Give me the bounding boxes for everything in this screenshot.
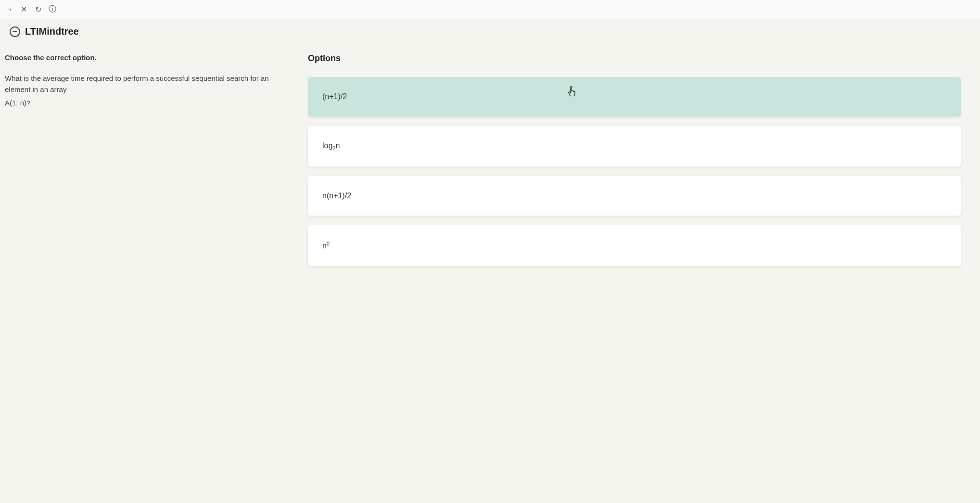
question-pane: Choose the correct option. What is the a… bbox=[0, 53, 298, 276]
options-pane: Options (n+1)/2log2nn(n+1)/2n2 bbox=[298, 53, 980, 276]
refresh-icon[interactable]: ↻ bbox=[34, 5, 42, 14]
option-2[interactable]: log2n bbox=[308, 126, 961, 167]
question-text: What is the average time required to per… bbox=[5, 73, 289, 95]
content-area: Choose the correct option. What is the a… bbox=[0, 44, 980, 276]
browser-bar: → ✕ ↻ ⓘ bbox=[0, 0, 980, 19]
close-icon[interactable]: ✕ bbox=[19, 5, 28, 14]
logo-icon bbox=[10, 26, 20, 37]
header: LTIMindtree bbox=[0, 19, 980, 44]
question-subtext: A(1: n)? bbox=[5, 99, 289, 107]
instruction-text: Choose the correct option. bbox=[5, 53, 289, 62]
option-4[interactable]: n2 bbox=[308, 225, 961, 266]
options-list: (n+1)/2log2nn(n+1)/2n2 bbox=[308, 77, 961, 266]
option-3[interactable]: n(n+1)/2 bbox=[308, 176, 961, 216]
brand-name: LTIMindtree bbox=[25, 26, 79, 37]
pointer-cursor-icon bbox=[567, 86, 577, 99]
option-1[interactable]: (n+1)/2 bbox=[308, 77, 961, 116]
info-icon[interactable]: ⓘ bbox=[48, 5, 57, 14]
nav-arrow-icon[interactable]: → bbox=[5, 5, 13, 14]
options-title: Options bbox=[308, 53, 961, 64]
